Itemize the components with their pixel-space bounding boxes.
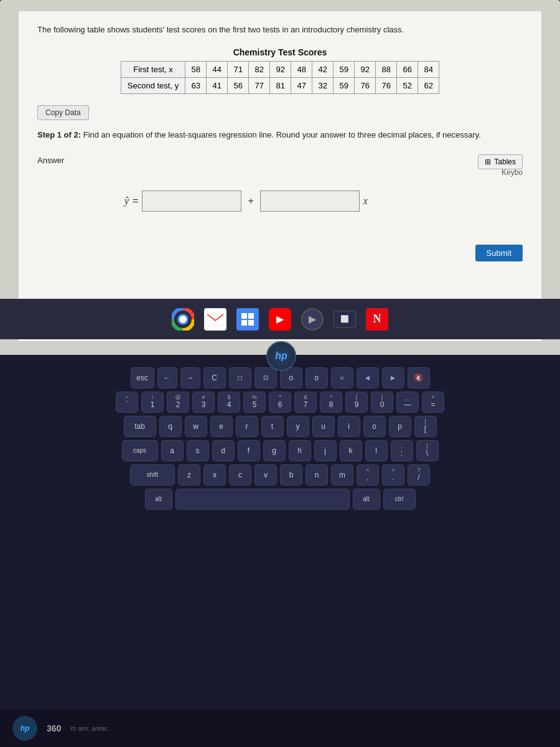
key-colon[interactable]: :; [391, 440, 413, 461]
keyboard-zxcv-row: shift z x c v b n m <, >. ?/ [130, 464, 430, 486]
key-slash[interactable]: ?/ [408, 464, 430, 486]
key-rewind[interactable]: « [331, 367, 353, 388]
key-comma[interactable]: <, [357, 464, 379, 486]
taskbar-netflix[interactable]: N [366, 308, 388, 331]
key-0[interactable]: )0 [371, 392, 393, 413]
key-c[interactable]: C [203, 367, 226, 388]
key-shift-left[interactable]: shift [130, 464, 175, 486]
submit-button[interactable]: Submit [475, 245, 523, 261]
key-backtick[interactable]: ~` [116, 392, 138, 413]
key-s[interactable]: s [187, 440, 209, 461]
table-cell: 41 [207, 77, 228, 93]
key-5[interactable]: %5 [243, 392, 266, 413]
key-z[interactable]: z [178, 464, 200, 486]
key-2[interactable]: @2 [167, 392, 189, 413]
table-row: First test, x584471829248425992886684 [121, 61, 439, 77]
table-cell: 66 [397, 61, 418, 77]
equation-input-2[interactable] [260, 190, 360, 212]
key-bracket-left[interactable]: {[ [414, 416, 437, 437]
table-cell: 42 [312, 61, 334, 77]
key-esc[interactable]: esc [131, 367, 154, 388]
key-1[interactable]: !1 [141, 392, 164, 413]
key-o[interactable]: o [363, 416, 386, 437]
key-q[interactable]: q [159, 416, 182, 437]
table-cell: 62 [418, 77, 439, 93]
key-8[interactable]: *8 [320, 392, 342, 413]
equation-equals: = [133, 195, 138, 207]
key-square[interactable]: □ [229, 367, 251, 388]
key-g[interactable]: g [263, 440, 286, 461]
key-v[interactable]: v [254, 464, 277, 486]
key-caps[interactable]: caps [122, 440, 158, 461]
key-vol-up[interactable]: ► [382, 367, 404, 388]
tables-icon: ⊞ [485, 157, 491, 166]
key-f[interactable]: f [238, 440, 260, 461]
key-left-arrow[interactable]: ← [157, 367, 177, 388]
key-7[interactable]: &7 [294, 392, 317, 413]
key-mute[interactable]: 🔇 [408, 367, 430, 388]
key-y[interactable]: y [287, 416, 309, 437]
hp-bottom-text: hp [21, 724, 30, 733]
table-cell: 44 [207, 61, 228, 77]
key-ctrl[interactable]: ctrl [383, 489, 416, 510]
hp-taskbar-logo: hp [266, 341, 296, 371]
key-pipe[interactable]: |\ [416, 440, 439, 461]
key-p[interactable]: p [389, 416, 411, 437]
key-period[interactable]: >. [382, 464, 404, 486]
taskbar-gmail[interactable] [204, 308, 226, 331]
key-grid[interactable]: ⊡ [254, 367, 277, 388]
equation-input-1[interactable] [142, 190, 241, 212]
key-m[interactable]: m [331, 464, 353, 486]
equation-area: ŷ = + x [124, 190, 436, 212]
table-cell: 59 [334, 77, 355, 93]
key-j[interactable]: j [314, 440, 337, 461]
tables-label: Tables [494, 157, 516, 166]
key-vol-down[interactable]: ◄ [357, 367, 379, 388]
taskbar-blue-app[interactable] [236, 308, 259, 331]
key-r[interactable]: r [236, 416, 258, 437]
taskbar-play[interactable]: ▶ [301, 308, 324, 331]
key-c-letter[interactable]: c [229, 464, 251, 486]
key-9[interactable]: (9 [345, 392, 368, 413]
copy-data-button[interactable]: Copy Data [37, 105, 89, 120]
bottom-360-label: 360 [47, 723, 61, 733]
key-a[interactable]: a [161, 440, 184, 461]
key-o2[interactable]: o [306, 367, 328, 388]
key-u[interactable]: u [312, 416, 335, 437]
key-h[interactable]: h [289, 440, 311, 461]
key-4[interactable]: $4 [218, 392, 240, 413]
key-space[interactable] [175, 489, 350, 510]
key-alt-right[interactable]: alt [353, 489, 380, 510]
keyboard-toggle[interactable]: Keybo [502, 168, 523, 177]
key-e[interactable]: e [210, 416, 233, 437]
taskbar-youtube[interactable]: ▶ [269, 308, 291, 331]
key-minus[interactable]: _— [396, 392, 419, 413]
taskbar-screen-record[interactable]: ⬜ [334, 311, 356, 328]
answer-label: Answer [37, 156, 64, 165]
key-x[interactable]: x [203, 464, 226, 486]
key-d[interactable]: d [212, 440, 235, 461]
taskbar-chrome[interactable] [172, 308, 194, 331]
key-i[interactable]: i [338, 416, 360, 437]
key-6[interactable]: ^6 [269, 392, 291, 413]
key-alt-left[interactable]: alt [145, 489, 172, 510]
keyboard-num-row: ~` !1 @2 #3 $4 %5 ^6 &7 *8 (9 )0 _— += [116, 392, 444, 413]
key-b[interactable]: b [280, 464, 302, 486]
key-n[interactable]: n [306, 464, 328, 486]
key-t[interactable]: t [261, 416, 284, 437]
tables-button[interactable]: ⊞ Tables [478, 154, 523, 169]
key-k[interactable]: k [340, 440, 362, 461]
svg-rect-9 [248, 320, 254, 326]
key-3[interactable]: #3 [192, 392, 215, 413]
key-tab[interactable]: tab [124, 416, 156, 437]
table-cell: 84 [418, 61, 439, 77]
table-cell: 59 [334, 61, 355, 77]
bottom-subtext: m am: annic [70, 725, 108, 732]
hp-bottom-logo: hp [12, 716, 37, 741]
key-equals[interactable]: += [422, 392, 444, 413]
key-l[interactable]: l [365, 440, 388, 461]
table-container: Chemistry Test Scores First test, x58447… [37, 47, 523, 94]
table-cell: 88 [376, 61, 397, 77]
key-w[interactable]: w [185, 416, 207, 437]
key-right-arrow[interactable]: → [180, 367, 200, 388]
